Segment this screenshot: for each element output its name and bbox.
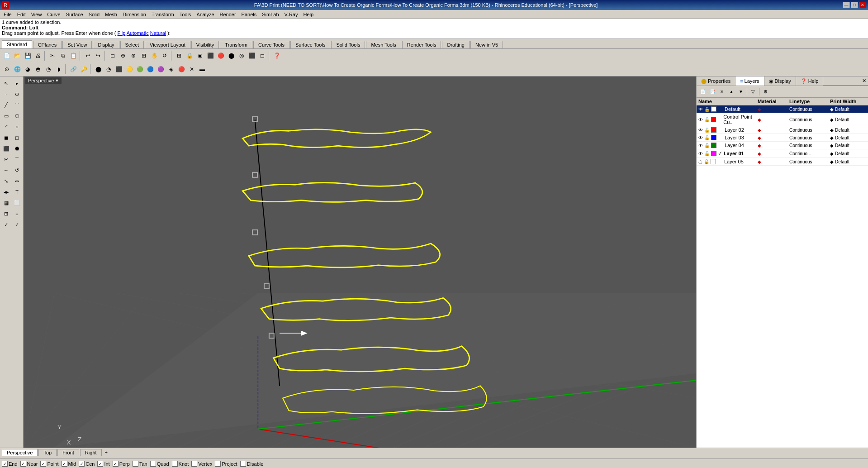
lt-surface[interactable]: ◼: [1, 133, 11, 143]
tb-tab-viewport-layout[interactable]: Viewport Layout: [145, 41, 190, 48]
tb2-1[interactable]: ⊙: [2, 64, 12, 74]
vp-tab-add[interactable]: +: [103, 449, 110, 455]
layer-color-swatch-3[interactable]: [711, 135, 716, 140]
layer-color-swatch-2[interactable]: [711, 127, 716, 133]
layer-mat-diamond-4[interactable]: ◆: [758, 143, 761, 148]
snap-cb-mid[interactable]: [62, 461, 67, 467]
snap-item-cen[interactable]: Cen: [79, 461, 95, 467]
lt-surface2[interactable]: ◻: [12, 133, 22, 143]
snap-item-mid[interactable]: Mid: [62, 461, 76, 467]
tb-tab-drafting[interactable]: Drafting: [442, 41, 470, 48]
pt-move-down[interactable]: ▼: [736, 87, 745, 96]
layer-eye-3[interactable]: 👁: [698, 135, 703, 140]
lt-text[interactable]: T: [12, 187, 22, 197]
lt-mirror[interactable]: ⇔: [12, 176, 22, 186]
lt-grid-toggle[interactable]: ⊞: [1, 209, 11, 219]
lt-fillet[interactable]: ⌒: [12, 154, 22, 164]
snap-item-end[interactable]: End: [2, 461, 18, 467]
tb-snap[interactable]: 🔒: [185, 51, 194, 61]
tb-tab-surface-tools[interactable]: Surface Tools: [290, 41, 330, 48]
pt-settings[interactable]: ⚙: [761, 87, 770, 96]
layer-pw-diamond-2[interactable]: ◆: [830, 128, 834, 133]
tb-tab-transform[interactable]: Transform: [220, 41, 252, 48]
cmd-natural[interactable]: Natural: [150, 30, 166, 36]
menu-item-help[interactable]: Help: [301, 11, 317, 18]
tb-x-ray[interactable]: ◎: [237, 51, 247, 61]
snap-item-knot[interactable]: Knot: [172, 461, 189, 467]
lt-layer[interactable]: ≡: [12, 209, 22, 219]
tb2-13[interactable]: 🟢: [135, 64, 145, 74]
panel-tab-properties[interactable]: ⬤ Properties: [697, 76, 735, 86]
tb-pan[interactable]: ✋: [149, 51, 159, 61]
layer-mat-diamond-1[interactable]: ◆: [758, 117, 761, 122]
layer-pw-diamond-4[interactable]: ◆: [830, 143, 834, 148]
snap-item-point[interactable]: Point: [40, 461, 58, 467]
lt-select-more[interactable]: ▸: [12, 78, 22, 88]
tb-wireframe[interactable]: ◻: [257, 51, 267, 61]
snap-item-vertex[interactable]: Vertex: [191, 461, 212, 467]
menu-item-curve[interactable]: Curve: [44, 11, 63, 18]
tb2-8[interactable]: 🔑: [79, 64, 89, 74]
tb-tab-mesh-tools[interactable]: Mesh Tools: [366, 41, 401, 48]
vp-tab-right[interactable]: Right: [80, 449, 102, 456]
tb2-6[interactable]: ◗: [54, 64, 64, 74]
menu-item-solid[interactable]: Solid: [86, 11, 102, 18]
tb-copy[interactable]: ⧉: [58, 51, 68, 61]
lt-rotate[interactable]: ↺: [12, 165, 22, 175]
layer-pw-diamond-3[interactable]: ◆: [830, 135, 834, 140]
snap-cb-point[interactable]: [40, 461, 46, 467]
lt-scale[interactable]: ⤡: [1, 176, 11, 186]
menu-item-tools[interactable]: Tools: [177, 11, 194, 18]
layer-eye-0[interactable]: 👁: [698, 107, 703, 112]
layer-eye-4[interactable]: 👁: [698, 143, 703, 148]
tb2-15[interactable]: 🟣: [156, 64, 166, 74]
tb2-3[interactable]: ◕: [23, 64, 33, 74]
snap-item-perp[interactable]: Perp: [113, 461, 130, 467]
layer-mat-diamond-3[interactable]: ◆: [758, 135, 761, 140]
menu-item-dimension[interactable]: Dimension: [120, 11, 149, 18]
snap-cb-project[interactable]: [215, 461, 221, 467]
tb-rotate[interactable]: ↺: [160, 51, 170, 61]
tb-zoom-sel[interactable]: ⊕: [128, 51, 138, 61]
layer-row-6[interactable]: ◌ 🔓 Layer 05 ◆ Continuous ◆ Default: [697, 158, 868, 166]
snap-cb-vertex[interactable]: [191, 461, 197, 467]
menu-item-analyze[interactable]: Analyze: [194, 11, 217, 18]
tb-render[interactable]: ◉: [195, 51, 205, 61]
panel-close-btn[interactable]: ✕: [860, 76, 868, 86]
snap-cb-near[interactable]: [20, 461, 26, 467]
tb2-14[interactable]: 🔵: [145, 64, 155, 74]
layer-row-2[interactable]: 👁 🔓 Layer 02 ◆ Continuous ◆ Default: [697, 126, 868, 134]
lt-move[interactable]: ↔: [1, 165, 11, 175]
snap-item-tan[interactable]: Tan: [133, 461, 147, 467]
menu-item-simlab[interactable]: SimLab: [259, 11, 281, 18]
tb-redo[interactable]: ↪: [93, 51, 103, 61]
command-input[interactable]: [172, 30, 217, 36]
vp-tab-top[interactable]: Top: [38, 449, 57, 456]
lt-curve[interactable]: ⌒: [12, 100, 22, 110]
tb2-9[interactable]: ⬤: [93, 64, 103, 74]
tb-tab-curve-tools[interactable]: Curve Tools: [253, 41, 289, 48]
tb-select-all[interactable]: ◻: [108, 51, 118, 61]
layer-lock-6[interactable]: 🔓: [704, 159, 709, 164]
tb2-2[interactable]: 🌐: [12, 64, 22, 74]
layer-eye-1[interactable]: 👁: [698, 117, 703, 122]
tb-zoom-win[interactable]: ⊞: [139, 51, 149, 61]
viewport-area[interactable]: Perspective ▼: [24, 76, 696, 448]
close-button[interactable]: ✕: [859, 2, 866, 8]
tb-new[interactable]: 📄: [2, 51, 12, 61]
tb2-16[interactable]: ◈: [166, 64, 176, 74]
tb2-19[interactable]: ▬: [197, 64, 207, 74]
tb-rendered[interactable]: 🔴: [216, 51, 226, 61]
maximize-button[interactable]: □: [851, 2, 858, 8]
tb2-17[interactable]: 🔴: [176, 64, 186, 74]
lt-mesh[interactable]: ⬟: [12, 143, 22, 153]
tb2-11[interactable]: ⬛: [114, 64, 124, 74]
tb-ghosted[interactable]: ⬤: [226, 51, 236, 61]
lt-point[interactable]: ·: [1, 89, 11, 99]
pt-filter[interactable]: ▽: [749, 87, 758, 96]
layer-mat-diamond-2[interactable]: ◆: [758, 128, 761, 133]
viewport-canvas[interactable]: X Y Z: [24, 76, 696, 448]
snap-cb-quad[interactable]: [150, 461, 156, 467]
lt-trim[interactable]: ✂: [1, 154, 11, 164]
snap-item-near[interactable]: Near: [20, 461, 38, 467]
